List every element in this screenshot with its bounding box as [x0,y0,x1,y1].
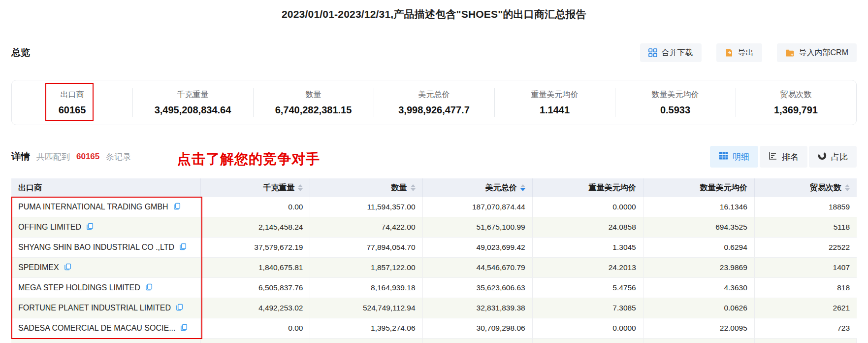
exporter-name[interactable]: SADESA COMERCIAL DE MACAU SOCIE... [18,324,175,333]
table-header-row: 出口商 千克重量 数量 美元总价 重量美元均价 数量美元均价 贸易次数 [11,178,857,197]
usd-total-cell: 51,675,100.99 [423,217,533,237]
copy-icon[interactable] [64,263,71,273]
stat-label: 数量 [306,90,321,100]
import-crm-icon [785,49,795,57]
column-header-usd-per-qty: 数量美元均价 [643,178,755,197]
empty-cell [533,339,643,343]
quantity-cell: 77,894,054.70 [310,238,422,257]
stat-value: 0.5933 [660,104,690,116]
view-tab-label: 排名 [782,151,799,163]
sort-icon-active-desc[interactable] [520,184,525,191]
column-header-kg-weight[interactable]: 千克重量 [201,178,310,197]
merge-download-icon [648,48,657,57]
stat-quantity: 数量 6,740,282,381.15 [253,80,374,125]
usd-per-qty-cell: 0.6294 [643,238,755,257]
exporter-name-cell[interactable]: SHYANG SHIN BAO INDUSTRIAL CO .,LTD [11,238,201,257]
usd-per-kg-cell: 24.2013 [533,258,643,277]
usd-total-cell: 44,546,670.79 [423,258,533,277]
column-header-label: 千克重量 [263,183,294,193]
exporter-name-cell[interactable]: PUMA INTERNATIONAL TRADING GMBH [11,197,201,217]
stat-trade-count: 贸易次数 1,369,791 [736,80,856,125]
table-row: SPEDIMEX 1,840,675.81 1,857,122.00 44,54… [11,258,857,278]
sort-icon[interactable] [411,184,416,191]
view-tab-share[interactable]: 占比 [809,146,857,168]
table-row: SHYANG SHIN BAO INDUSTRIAL CO .,LTD 37,5… [11,238,857,258]
column-header-trade-count[interactable]: 贸易次数 [755,178,857,197]
view-tab-ranking[interactable]: 排名 [760,146,807,168]
exporter-name-cell[interactable]: FORTUNE PLANET INDUSTRIAL LIMITED [11,298,201,318]
copy-icon[interactable] [176,304,183,313]
quantity-cell: 524,749,112.94 [310,298,422,318]
kg-weight-cell: 0.00 [201,197,310,217]
overview-toolbar: 总览 合并下载 [11,43,857,62]
usd-total-cell: 49,023,699.42 [423,238,533,257]
view-tab-detail[interactable]: 明细 [710,146,758,168]
copy-icon[interactable] [86,223,94,232]
usd-per-kg-cell: 5.4756 [533,278,643,298]
exporter-name[interactable]: OFFING LIMITED [18,223,81,232]
usd-per-qty-cell: 694.3525 [643,217,755,237]
quantity-cell: 11,594,357.00 [310,197,422,217]
merge-download-label: 合并下载 [662,48,693,58]
column-header-label: 贸易次数 [810,183,841,193]
match-prefix: 共匹配到 [36,151,70,163]
import-crm-label: 导入内部CRM [799,48,848,58]
donut-chart-icon [818,151,827,163]
exporter-name-cell[interactable]: SADESA COMERCIAL DE MACAU SOCIE... [11,318,201,338]
copy-icon[interactable] [179,243,187,252]
copy-icon[interactable] [145,283,153,293]
title-bar: 2023/01/01-2023/12/31,产品描述包含"SHOES"的出口商汇… [11,0,857,30]
column-header-label: 美元总价 [485,183,517,193]
stat-label: 千克重量 [177,90,209,100]
exporters-table: 出口商 千克重量 数量 美元总价 重量美元均价 数量美元均价 贸易次数 [11,178,857,343]
sort-icon[interactable] [845,184,850,191]
stat-usd-per-qty: 数量美元均价 0.5933 [615,80,736,125]
column-header-usd-total[interactable]: 美元总价 [423,178,533,197]
stat-value: 1,369,791 [774,104,818,116]
exporter-name[interactable]: SPEDIMEX [18,263,59,272]
kg-weight-cell: 6,505,837.76 [201,278,310,298]
stat-exporters: 出口商 60165 [12,80,132,125]
kg-weight-cell: 2,145,458.24 [201,217,310,237]
exporter-name-cell[interactable]: OFFING LIMITED [11,217,201,237]
export-button[interactable]: 导出 [716,43,762,62]
view-tab-label: 明细 [733,151,749,163]
column-header-quantity[interactable]: 数量 [310,178,422,197]
exporter-name[interactable]: MEGA STEP HOLDINGS LIMITED [18,283,140,292]
stat-usd-per-kg: 重量美元均价 1.1441 [494,80,615,125]
column-header-label: 数量 [391,183,407,193]
usd-per-kg-cell: 0.0000 [533,318,643,338]
table-row-partial [11,339,857,343]
stat-label: 贸易次数 [780,90,812,100]
stat-usd-total: 美元总价 3,998,926,477.7 [374,80,494,125]
empty-cell [643,339,755,343]
details-section-title: 详情 [11,150,30,163]
usd-per-qty-cell: 0.0626 [643,298,755,318]
quantity-cell: 1,395,274.06 [310,318,422,338]
toolbar-buttons: 合并下载 导出 导入内部CRM [640,43,857,62]
table-row: PUMA INTERNATIONAL TRADING GMBH 0.00 11,… [11,197,857,217]
column-header-usd-per-kg: 重量美元均价 [533,178,643,197]
match-suffix: 条记录 [106,151,131,163]
exporter-name[interactable]: SHYANG SHIN BAO INDUSTRIAL CO .,LTD [18,243,174,252]
import-crm-button[interactable]: 导入内部CRM [777,43,857,62]
exporter-name-cell[interactable]: SPEDIMEX [11,258,201,277]
usd-total-cell: 187,070,874.44 [423,197,533,217]
usd-total-cell: 35,623,606.63 [423,278,533,298]
copy-icon[interactable] [173,203,181,212]
stat-label: 出口商 [61,90,84,100]
details-left: 详情 共匹配到 60165 条记录 [11,150,131,163]
usd-per-qty-cell: 22.0095 [643,318,755,338]
exporter-name[interactable]: FORTUNE PLANET INDUSTRIAL LIMITED [18,304,171,312]
export-report-page: 2023/01/01-2023/12/31,产品描述包含"SHOES"的出口商汇… [0,0,868,343]
table-row: SADESA COMERCIAL DE MACAU SOCIE... 0.00 … [11,318,857,339]
sort-icon[interactable] [298,184,303,191]
page-title: 2023/01/01-2023/12/31,产品描述包含"SHOES"的出口商汇… [11,7,857,21]
overview-stats-panel: 出口商 60165 千克重量 3,495,208,834.64 数量 6,740… [11,80,857,125]
copy-icon[interactable] [180,324,188,333]
stat-value: 3,998,926,477.7 [398,104,470,116]
annotation-text: 点击了解您的竞争对手 [177,150,320,169]
merge-download-button[interactable]: 合并下载 [640,43,702,62]
exporter-name-cell[interactable]: MEGA STEP HOLDINGS LIMITED [11,278,201,298]
exporter-name[interactable]: PUMA INTERNATIONAL TRADING GMBH [18,203,168,211]
